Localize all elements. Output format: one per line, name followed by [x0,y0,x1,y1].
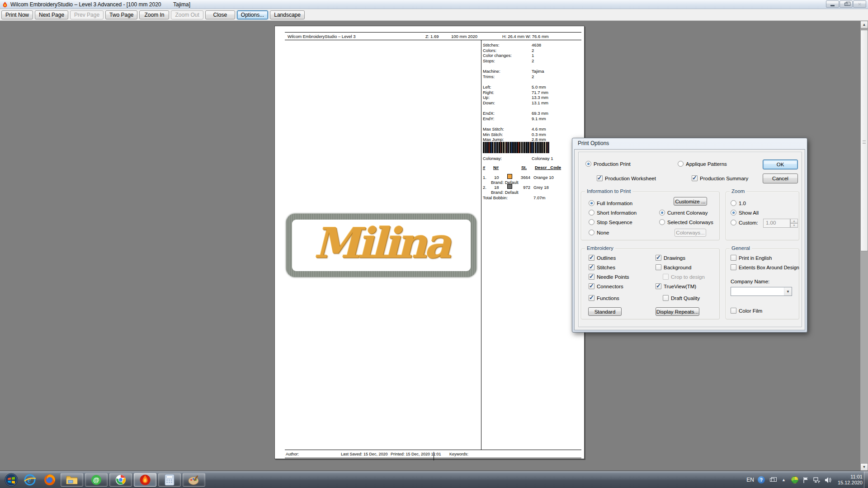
radio-stop-sequence[interactable]: Stop Sequence [589,219,632,225]
chevron-down-icon[interactable]: ▼ [784,287,792,296]
radio-icon[interactable] [589,230,594,235]
toolbar-button-print-now[interactable]: Print Now [1,10,33,19]
checkbox-production-summary[interactable]: Production Summary [692,175,748,181]
window-restore-icon[interactable] [769,476,776,484]
design-barcode [483,142,549,153]
radio-icon[interactable] [659,210,665,216]
minimize-button[interactable] [826,0,839,8]
restore-button[interactable] [840,0,853,8]
show-hidden-icons[interactable]: ▲ [780,476,788,484]
scrollbar-down-arrow[interactable]: ▼ [860,463,868,471]
checkbox-icon[interactable] [692,175,698,181]
toolbar-button-options[interactable]: Options... [237,10,268,19]
radio-icon[interactable] [589,200,594,206]
window-titlebar[interactable]: Wilcom EmbroideryStudio – Level 3 Advanc… [0,0,868,9]
volume-icon[interactable] [825,476,832,484]
cancel-button[interactable]: Cancel [763,174,798,183]
taskbar-calculator[interactable] [158,473,181,487]
toolbar-button-close[interactable]: Close [205,10,235,19]
radio-current-colorway[interactable]: Current Colorway [659,210,708,216]
radio-show-all[interactable]: Show All [731,210,759,216]
checkbox-drawings[interactable]: Drawings [656,255,685,261]
radio-none[interactable]: None [589,230,609,235]
scrollbar-up-arrow[interactable]: ▲ [860,21,868,28]
network-icon[interactable] [813,476,821,484]
spinner-down-icon[interactable]: ▼ [790,223,798,228]
checkbox-needle-points[interactable]: Needle Points [589,274,629,280]
radio-production-print[interactable]: Production Print [585,161,631,167]
checkbox-draft-quality[interactable]: Draft Quality [663,295,700,301]
custom-zoom-field[interactable]: 1.00 [763,219,790,228]
taskbar-file-explorer[interactable] [61,473,83,487]
preview-scrollbar[interactable]: ▲ ▼ [860,21,868,471]
print-options-dialog: Print Options Production Print Applique … [572,138,807,333]
radio-icon[interactable] [659,219,665,225]
radio-icon[interactable] [731,200,736,206]
show-desktop-button[interactable] [864,471,868,488]
checkbox-icon[interactable] [656,283,661,289]
help-icon[interactable]: ? [758,476,765,483]
display-repeats-button[interactable]: Display Repeats... [656,307,699,316]
checkbox-connectors[interactable]: Connectors [589,283,623,289]
spinner-up-icon[interactable]: ▲ [790,219,798,223]
checkbox-production-worksheet[interactable]: Production Worksheet [597,175,656,181]
thread-number: 1. [483,175,486,180]
radio-icon[interactable] [678,161,684,167]
checkbox-icon[interactable] [589,295,594,301]
standard-button[interactable]: Standard [588,307,622,316]
toolbar-button-zoom-in[interactable]: Zoom In [139,10,169,19]
taskbar-firefox[interactable] [40,473,60,487]
checkbox-functions[interactable]: Functions [589,295,619,301]
radio-short-information[interactable]: Short Information [589,210,637,216]
language-badge[interactable]: EN [746,477,754,483]
checkbox-icon[interactable] [731,255,736,261]
ok-button[interactable]: OK [763,160,798,169]
customize-button[interactable]: Customize ... [674,197,707,206]
radio-zoom-1[interactable]: 1.0 [731,200,746,206]
checkbox-icon[interactable] [731,308,736,314]
checkbox-icon[interactable] [656,264,661,270]
taskbar-mail-agent[interactable]: @ [85,473,108,487]
checkbox-background[interactable]: Background [656,264,691,270]
radio-icon[interactable] [731,210,736,216]
checkbox-icon[interactable] [589,255,594,261]
custom-zoom-spinner[interactable]: ▲ ▼ [790,219,798,228]
checkbox-outlines[interactable]: Outlines [589,255,616,261]
radio-icon[interactable] [589,210,594,216]
taskbar-paint[interactable] [183,473,205,487]
checkbox-icon[interactable] [589,274,594,280]
checkbox-label: Extents Box Around Design [739,265,799,270]
radio-icon[interactable] [585,161,591,167]
checkbox-icon[interactable] [656,255,661,261]
toolbar-button-two-page[interactable]: Two Page [105,10,137,19]
checkbox-icon[interactable] [731,264,736,270]
company-name-combobox[interactable]: ▼ [731,287,792,296]
checkbox-icon[interactable] [589,283,594,289]
checkbox-trueview[interactable]: TrueView(TM) [656,283,696,289]
radio-selected-colorways[interactable]: Selected Colorways [659,219,713,225]
radio-custom-zoom[interactable]: Custom: [731,220,758,225]
radio-applique-patterns[interactable]: Applique Patterns [678,161,727,167]
taskbar-internet-explorer[interactable]: e [20,473,40,487]
checkbox-extents-box[interactable]: Extents Box Around Design [731,264,799,270]
toolbar-button-next-page[interactable]: Next Page [35,10,68,19]
toolbar-button-landscape[interactable]: Landscape [270,10,305,19]
radio-icon[interactable] [731,220,736,225]
checkbox-stitches[interactable]: Stitches [589,264,615,270]
taskbar-chrome[interactable] [109,473,132,487]
checkbox-icon[interactable] [597,175,603,181]
scrollbar-thumb[interactable] [860,30,868,251]
checkbox-icon[interactable] [589,264,594,270]
checkbox-crop-to-design: Crop to design [663,274,705,280]
combobox-value [731,287,784,296]
start-button[interactable] [3,472,20,488]
checkbox-icon[interactable] [663,295,669,301]
security-shield-icon[interactable] [791,476,798,483]
radio-full-information[interactable]: Full Information [589,200,632,206]
action-center-flag-icon[interactable] [802,476,810,484]
checkbox-color-film[interactable]: Color Film [731,308,762,314]
radio-icon[interactable] [589,219,594,225]
clock[interactable]: 11:01 15.12.2020 [838,474,863,486]
checkbox-print-in-english[interactable]: Print in English [731,255,772,261]
taskbar-wilcom-embroidery[interactable] [134,473,156,487]
